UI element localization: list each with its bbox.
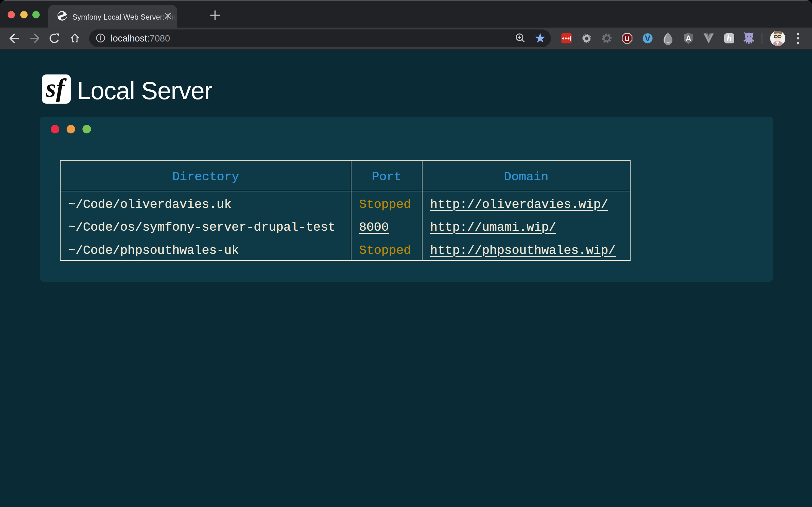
svg-text:U: U: [624, 35, 629, 43]
svg-text:V: V: [645, 34, 651, 43]
svg-text:A: A: [686, 34, 691, 43]
svg-text:h: h: [727, 33, 732, 43]
